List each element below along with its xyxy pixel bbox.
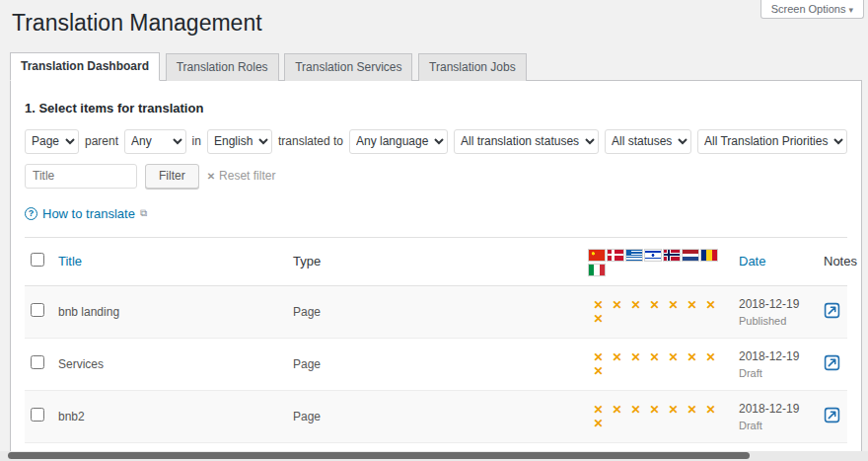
- flags-header: [583, 237, 733, 285]
- table-header-row: Title Type Date Notes: [25, 237, 847, 285]
- sort-by-title-link[interactable]: Title: [58, 254, 82, 269]
- source-language-select[interactable]: English: [207, 129, 272, 154]
- not-translated-icon: ✕: [683, 403, 701, 417]
- tab-translation-roles[interactable]: Translation Roles: [166, 53, 279, 81]
- translation-status-select[interactable]: All translation statuses: [454, 129, 599, 154]
- flag-icon-ro: [701, 250, 717, 261]
- row-checkbox[interactable]: [31, 355, 44, 369]
- not-translated-icon: ✕: [645, 403, 664, 417]
- page-title: Translation Management: [10, 0, 862, 52]
- scrollbar-thumb[interactable]: [8, 452, 750, 459]
- items-tbody: bnb landing Page ✕✕✕✕✕✕✕✕ 2018-12-19 Pub…: [25, 285, 847, 461]
- horizontal-scrollbar[interactable]: [0, 451, 868, 461]
- filter-row-secondary: Filter ✕ Reset filter: [25, 164, 847, 189]
- tab-translation-jobs[interactable]: Translation Jobs: [418, 53, 527, 81]
- not-translated-icon: ✕: [683, 298, 701, 312]
- type-header: Type: [287, 237, 583, 285]
- note-icon[interactable]: [824, 407, 840, 423]
- notes-header: Notes: [818, 237, 847, 285]
- filter-button[interactable]: Filter: [145, 164, 199, 189]
- screen-options-button[interactable]: Screen Options▾: [760, 0, 864, 19]
- parent-select[interactable]: Any: [124, 129, 186, 154]
- tab-translation-services[interactable]: Translation Services: [284, 53, 412, 81]
- not-translated-icon: ✕: [589, 312, 608, 326]
- translation-priority-select[interactable]: All Translation Priorities: [697, 129, 847, 154]
- not-translated-icon: ✕: [589, 403, 608, 417]
- chevron-down-icon: ▾: [848, 5, 853, 15]
- flag-icon-nl: [683, 250, 698, 261]
- row-status: Published: [739, 315, 812, 327]
- row-title: bnb2: [58, 410, 85, 423]
- screen-options-label: Screen Options: [771, 3, 846, 15]
- not-translated-icon: ✕: [664, 403, 683, 417]
- not-translated-icon: ✕: [626, 350, 645, 364]
- not-translated-icon: ✕: [589, 364, 608, 378]
- flag-icon-cn: [589, 250, 605, 261]
- row-date: 2018-12-19: [739, 349, 812, 363]
- not-translated-icon: ✕: [589, 298, 608, 312]
- row-status: Draft: [739, 367, 812, 379]
- row-type: Page: [293, 357, 321, 371]
- not-translated-icon: ✕: [589, 350, 608, 364]
- not-translated-icon: ✕: [626, 298, 645, 312]
- not-translated-icon: ✕: [589, 417, 608, 430]
- row-date: 2018-12-19: [739, 297, 812, 311]
- row-status: Draft: [739, 420, 812, 431]
- flag-icon-it: [589, 265, 605, 275]
- table-row: bnb landing Page ✕✕✕✕✕✕✕✕ 2018-12-19 Pub…: [25, 285, 847, 338]
- clear-icon: ✕: [207, 171, 215, 182]
- target-language-select[interactable]: Any language: [349, 129, 448, 154]
- not-translated-icon: ✕: [645, 298, 664, 312]
- row-date: 2018-12-19: [739, 402, 812, 416]
- post-type-select[interactable]: Page: [25, 129, 79, 154]
- flag-icon-dk: [608, 250, 623, 261]
- in-label: in: [192, 134, 201, 148]
- translated-to-label: translated to: [278, 134, 343, 148]
- not-translated-icon: ✕: [701, 350, 720, 364]
- note-icon[interactable]: [824, 302, 840, 319]
- filter-row-primary: Page parent Any in English translated to…: [25, 129, 847, 154]
- not-translated-icon: ✕: [608, 403, 626, 417]
- not-translated-icon: ✕: [701, 403, 720, 417]
- reset-filter-label: Reset filter: [219, 169, 275, 183]
- row-title: Services: [58, 357, 104, 371]
- flag-icon-il: [645, 250, 661, 261]
- dashboard-panel: 1. Select items for translation Page par…: [10, 81, 862, 461]
- row-type: Page: [293, 410, 321, 423]
- tab-bar: Translation Dashboard Translation Roles …: [10, 52, 862, 81]
- select-all-checkbox[interactable]: [31, 253, 44, 267]
- help-icon: ?: [25, 207, 37, 220]
- not-translated-icon: ✕: [645, 350, 664, 364]
- flag-icon-no: [664, 250, 680, 261]
- how-to-translate-link[interactable]: How to translate: [42, 206, 135, 221]
- items-table: Title Type Date Notes bnb landing Page ✕…: [25, 237, 847, 461]
- row-status-icons: ✕✕✕✕✕✕✕✕: [589, 403, 720, 430]
- table-row: Services Page ✕✕✕✕✕✕✕✕ 2018-12-19 Draft: [25, 338, 847, 390]
- not-translated-icon: ✕: [608, 298, 626, 312]
- parent-label: parent: [85, 134, 118, 148]
- help-row: ? How to translate ⧉: [25, 206, 847, 221]
- flag-icon-gr: [626, 250, 642, 261]
- select-items-heading: 1. Select items for translation: [25, 101, 847, 115]
- post-status-select[interactable]: All statuses: [605, 129, 691, 154]
- admin-wrap: Translation Management Translation Dashb…: [10, 0, 862, 461]
- external-link-icon: ⧉: [140, 207, 147, 219]
- sort-by-date-link[interactable]: Date: [739, 254, 765, 269]
- note-icon[interactable]: [824, 354, 840, 371]
- table-row: bnb2 Page ✕✕✕✕✕✕✕✕ 2018-12-19 Draft: [25, 390, 847, 442]
- reset-filter-link[interactable]: ✕ Reset filter: [207, 169, 276, 183]
- row-status-icons: ✕✕✕✕✕✕✕✕: [589, 298, 720, 326]
- tab-translation-dashboard[interactable]: Translation Dashboard: [10, 52, 160, 81]
- not-translated-icon: ✕: [608, 350, 626, 364]
- not-translated-icon: ✕: [664, 298, 683, 312]
- row-title: bnb landing: [58, 305, 119, 319]
- not-translated-icon: ✕: [626, 403, 645, 417]
- row-type: Page: [293, 305, 321, 319]
- not-translated-icon: ✕: [664, 350, 683, 364]
- row-status-icons: ✕✕✕✕✕✕✕✕: [589, 350, 720, 378]
- title-filter-input[interactable]: [25, 164, 137, 189]
- row-checkbox[interactable]: [31, 303, 44, 317]
- row-checkbox[interactable]: [31, 408, 44, 422]
- not-translated-icon: ✕: [683, 350, 701, 364]
- not-translated-icon: ✕: [701, 298, 720, 312]
